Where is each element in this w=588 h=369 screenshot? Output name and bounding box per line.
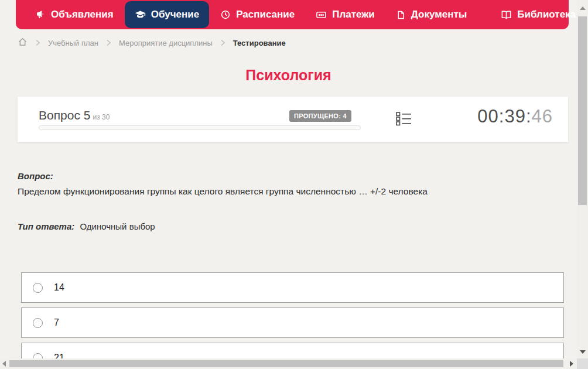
scroll-up-arrow-icon[interactable] bbox=[580, 6, 586, 10]
home-icon[interactable] bbox=[18, 37, 28, 49]
skipped-badge: ПРОПУЩЕНО: 4 bbox=[289, 110, 351, 122]
scrollbar-corner bbox=[577, 358, 588, 369]
nav-label: Объявления bbox=[51, 9, 114, 20]
answer-option-2[interactable]: 7 bbox=[21, 308, 564, 338]
countdown-timer: 00:39:46 bbox=[477, 106, 553, 127]
question-total: из 30 bbox=[93, 113, 110, 121]
breadcrumb-discipline-event[interactable]: Мероприятие дисциплины bbox=[119, 39, 213, 47]
scroll-down-arrow-icon[interactable] bbox=[580, 350, 586, 354]
option-label: 14 bbox=[54, 282, 64, 293]
nav-label: Обучение bbox=[151, 9, 199, 20]
scroll-right-arrow-icon[interactable] bbox=[570, 361, 573, 367]
nav-item-library[interactable]: Библиотека bbox=[491, 1, 588, 28]
nav-item-schedule[interactable]: Расписание bbox=[210, 1, 305, 28]
nav-item-announcements[interactable]: Объявления bbox=[25, 1, 124, 28]
timer-seconds: 46 bbox=[532, 106, 553, 127]
horizontal-scrollbar[interactable] bbox=[0, 358, 577, 369]
breadcrumb-testing: Тестирование bbox=[233, 39, 286, 47]
vertical-scrollbar[interactable] bbox=[577, 0, 588, 358]
horizontal-scrollbar-thumb[interactable] bbox=[9, 360, 563, 367]
question-number: Вопрос 5 bbox=[39, 108, 90, 122]
breadcrumb: Учебный план Мероприятие дисциплины Тест… bbox=[18, 36, 286, 49]
breadcrumb-separator-icon bbox=[35, 39, 40, 46]
clock-icon bbox=[220, 9, 231, 20]
nav-label: Библиотека bbox=[517, 9, 576, 20]
nav-label: Расписание bbox=[236, 9, 295, 20]
radio-button[interactable] bbox=[33, 283, 43, 293]
megaphone-icon bbox=[35, 9, 46, 20]
graduation-cap-icon bbox=[135, 9, 146, 20]
answer-option-1[interactable]: 14 bbox=[21, 272, 564, 303]
answer-type-label: Тип ответа: bbox=[18, 221, 74, 231]
timer-hours-minutes: 00:39: bbox=[477, 106, 531, 127]
option-label: 7 bbox=[54, 317, 59, 328]
answer-type-line: Тип ответа: Одиночный выбор bbox=[18, 221, 155, 231]
nav-item-documents[interactable]: Документы bbox=[386, 1, 477, 28]
book-icon bbox=[501, 9, 512, 20]
question-prompt-text: Пределом функционирования группы как цел… bbox=[18, 186, 545, 197]
progress-bar bbox=[39, 125, 361, 130]
breadcrumb-curriculum[interactable]: Учебный план bbox=[48, 39, 98, 47]
nav-label: Документы bbox=[411, 9, 467, 20]
answer-options: 14 7 21 bbox=[21, 272, 564, 369]
question-prompt-label: Вопрос: bbox=[18, 171, 53, 181]
question-counter: Вопрос 5из 30 bbox=[39, 108, 110, 122]
vertical-scrollbar-thumb[interactable] bbox=[578, 16, 587, 205]
question-list-icon[interactable] bbox=[395, 111, 412, 129]
radio-button[interactable] bbox=[33, 318, 43, 328]
nav-item-learning[interactable]: Обучение bbox=[125, 1, 209, 28]
nav-item-payments[interactable]: Платежи bbox=[306, 1, 385, 28]
quiz-header-card: Вопрос 5из 30 ПРОПУЩЕНО: 4 00:39:46 bbox=[18, 97, 568, 142]
document-icon bbox=[396, 10, 406, 20]
breadcrumb-separator-icon bbox=[220, 39, 225, 46]
page-title: Психология bbox=[0, 67, 577, 84]
main-nav: Объявления Обучение Расписание Платежи Д… bbox=[16, 0, 569, 29]
scroll-left-arrow-icon[interactable] bbox=[2, 361, 6, 367]
answer-type-value: Одиночный выбор bbox=[80, 221, 155, 231]
payment-icon bbox=[316, 9, 327, 20]
nav-label: Платежи bbox=[332, 9, 375, 20]
breadcrumb-separator-icon bbox=[106, 39, 111, 46]
